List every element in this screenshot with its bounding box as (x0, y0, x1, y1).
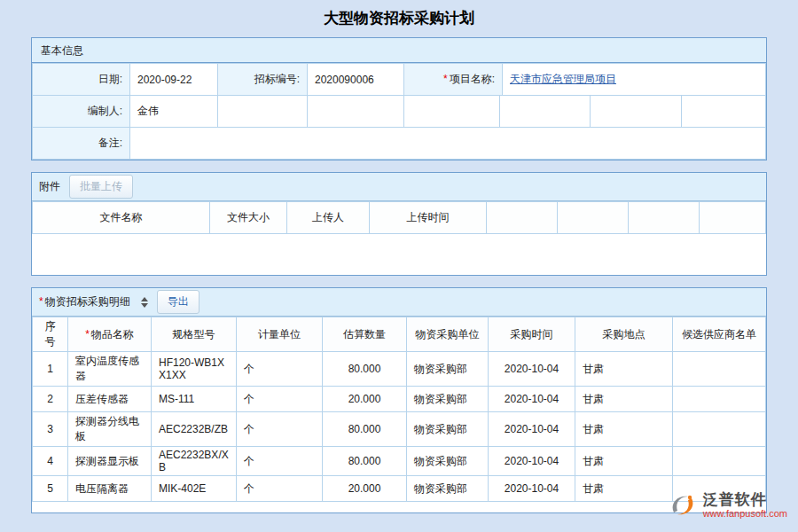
remark-label: 备注: (33, 128, 130, 160)
date-label: 日期: (33, 64, 130, 96)
cell-spec: MIK-402E (152, 476, 237, 502)
empty-cell (591, 96, 682, 128)
cell-qty: 80.000 (323, 447, 407, 476)
cell-purchase-place: 甘肃 (575, 476, 673, 502)
cell-seq: 3 (33, 412, 68, 447)
col-seq: 序号 (33, 317, 68, 352)
brand-url: www.fanpusoft.com (703, 508, 787, 520)
cell-item-name: 电压隔离器 (68, 476, 152, 502)
basic-info-section: 基本信息 日期: 2020-09-22 招标编号: 2020090006 *项目… (31, 37, 767, 160)
fanpu-logo-icon (668, 492, 698, 519)
table-row: 1 室内温度传感器 HF120-WB1XX1XX 个 80.000 物资采购部 … (33, 352, 766, 387)
col-purchase-place: 采购地点 (575, 317, 673, 352)
cell-candidate-suppliers (673, 352, 766, 387)
cell-unit: 个 (237, 387, 323, 412)
fanpu-footer-logo: 泛普软件 www.fanpusoft.com (668, 491, 787, 520)
bid-no-label: 招标编号: (218, 64, 308, 96)
cell-item-name: 室内温度传感器 (68, 352, 152, 387)
cell-purchase-dept: 物资采购部 (407, 412, 489, 447)
col-purchase-dept: 物资采购单位 (407, 317, 489, 352)
attachment-col-empty (629, 202, 700, 234)
cell-item-name: 压差传感器 (68, 387, 152, 412)
cell-spec: AEC2232B/ZB (152, 412, 237, 447)
table-row: 2 压差传感器 MS-111 个 20.000 物资采购部 2020-10-04… (33, 387, 766, 412)
cell-seq: 2 (33, 387, 68, 412)
sort-arrows-icon[interactable] (141, 297, 148, 308)
cell-candidate-suppliers (673, 412, 766, 447)
empty-cell (218, 96, 308, 128)
cell-seq: 1 (33, 352, 68, 387)
empty-cell (500, 96, 591, 128)
table-row: 4 探测器显示板 AEC2232BX/XB 个 80.000 物资采购部 202… (33, 447, 766, 476)
cell-unit: 个 (237, 352, 323, 387)
detail-table: 序号 *物品名称 规格型号 计量单位 估算数量 物资采购单位 采购时间 采购地点… (32, 317, 766, 502)
attachments-empty-body (32, 234, 766, 275)
project-name-link[interactable]: 天津市应急管理局项目 (510, 73, 616, 85)
cell-qty: 80.000 (323, 412, 407, 447)
cell-purchase-place: 甘肃 (575, 352, 673, 387)
table-row: 3 探测器分线电板 AEC2232B/ZB 个 80.000 物资采购部 202… (33, 412, 766, 447)
brand-name: 泛普软件 (703, 491, 787, 509)
attachment-col-empty (558, 202, 629, 234)
cell-item-name: 探测器显示板 (68, 447, 152, 476)
cell-purchase-dept: 物资采购部 (407, 352, 489, 387)
cell-purchase-time: 2020-10-04 (489, 352, 575, 387)
cell-purchase-dept: 物资采购部 (407, 447, 489, 476)
cell-purchase-time: 2020-10-04 (489, 447, 575, 476)
cell-unit: 个 (237, 412, 323, 447)
attachments-section-title: 附件 (39, 179, 60, 194)
project-name-label: *项目名称: (404, 64, 503, 96)
col-unit: 计量单位 (237, 317, 323, 352)
cell-purchase-time: 2020-10-04 (489, 476, 575, 502)
attachment-col-empty (700, 202, 766, 234)
attachments-table: 文件名称 文件大小 上传人 上传时间 (32, 201, 766, 234)
remark-value (130, 128, 766, 160)
required-asterisk: * (443, 73, 448, 85)
attachment-col-filename: 文件名称 (33, 202, 210, 234)
cell-unit: 个 (237, 447, 323, 476)
col-purchase-time: 采购时间 (489, 317, 575, 352)
page-title: 大型物资招标采购计划 (0, 0, 798, 37)
cell-qty: 20.000 (323, 476, 407, 502)
detail-section: *物资招标采购明细 导出 序号 *物品名称 规格型号 计量单位 估算数量 物资采… (31, 287, 767, 513)
cell-seq: 4 (33, 447, 68, 476)
col-candidate-suppliers: 候选供应商名单 (673, 317, 766, 352)
cell-unit: 个 (237, 476, 323, 502)
batch-upload-button[interactable]: 批量上传 (69, 175, 133, 199)
cell-purchase-time: 2020-10-04 (489, 387, 575, 412)
required-asterisk: * (85, 328, 90, 340)
basic-info-row-2: 编制人: 金伟 (32, 95, 766, 128)
bid-no-value: 2020090006 (308, 64, 404, 96)
attachment-col-uploader: 上传人 (287, 202, 370, 234)
attachment-col-empty (487, 202, 558, 234)
cell-purchase-place: 甘肃 (575, 387, 673, 412)
cell-spec: MS-111 (152, 387, 237, 412)
cell-item-name: 探测器分线电板 (68, 412, 152, 447)
project-name-cell: 天津市应急管理局项目 (503, 64, 766, 96)
cell-seq: 5 (33, 476, 68, 502)
empty-cell (682, 96, 766, 128)
date-value: 2020-09-22 (130, 64, 218, 96)
export-button[interactable]: 导出 (157, 290, 200, 314)
cell-candidate-suppliers (673, 387, 766, 412)
cell-candidate-suppliers (673, 447, 766, 476)
cell-purchase-place: 甘肃 (575, 447, 673, 476)
cell-spec: AEC2232BX/XB (152, 447, 237, 476)
cell-purchase-dept: 物资采购部 (407, 476, 489, 502)
cell-purchase-dept: 物资采购部 (407, 387, 489, 412)
attachment-col-filesize: 文件大小 (210, 202, 287, 234)
attachment-col-uploadtime: 上传时间 (370, 202, 487, 234)
detail-section-title: *物资招标采购明细 (39, 294, 130, 309)
empty-cell (308, 96, 404, 128)
attachments-header-bar: 附件 批量上传 (32, 173, 766, 201)
col-item-name: *物品名称 (68, 317, 152, 352)
attachments-section: 附件 批量上传 文件名称 文件大小 上传人 上传时间 (31, 172, 767, 276)
basic-info-row-1: 日期: 2020-09-22 招标编号: 2020090006 *项目名称: 天… (32, 63, 766, 96)
col-qty: 估算数量 (323, 317, 407, 352)
basic-info-row-3: 备注: (32, 127, 766, 160)
cell-qty: 80.000 (323, 352, 407, 387)
cell-purchase-time: 2020-10-04 (489, 412, 575, 447)
detail-header-row: 序号 *物品名称 规格型号 计量单位 估算数量 物资采购单位 采购时间 采购地点… (33, 317, 766, 352)
cell-qty: 20.000 (323, 387, 407, 412)
required-asterisk: * (39, 295, 43, 308)
